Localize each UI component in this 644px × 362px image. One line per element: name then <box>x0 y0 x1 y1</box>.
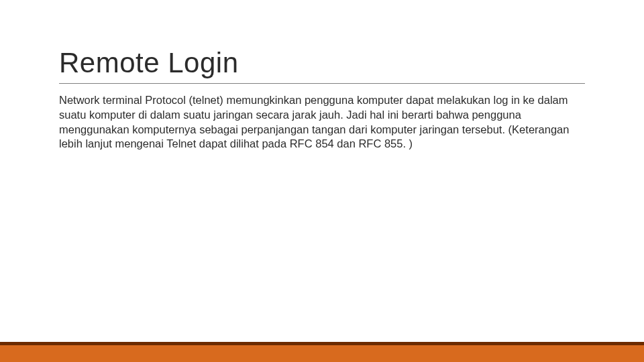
slide: Remote Login Network terminal Protocol (… <box>0 0 644 362</box>
slide-title: Remote Login <box>59 47 585 79</box>
title-underline <box>59 83 585 84</box>
slide-body-text: Network terminal Protocol (telnet) memun… <box>59 93 585 152</box>
footer-bar <box>0 342 644 362</box>
footer-accent-orange <box>0 345 644 362</box>
